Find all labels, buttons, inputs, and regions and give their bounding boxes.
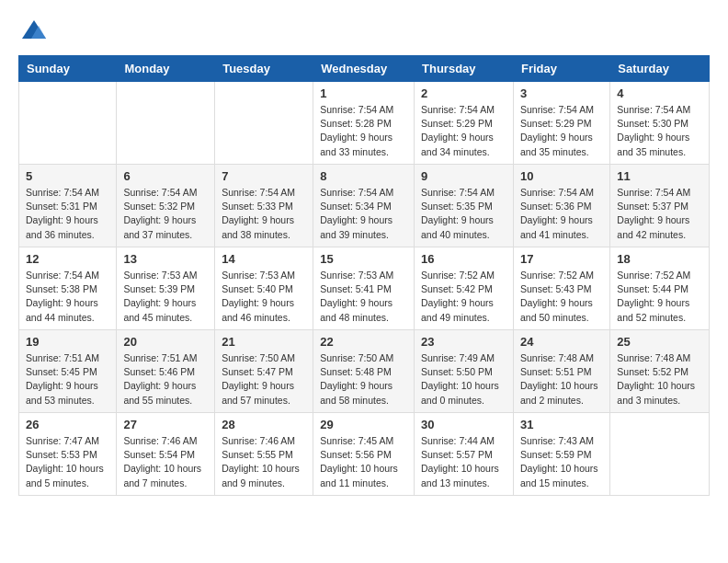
calendar-week-row: 12Sunrise: 7:54 AM Sunset: 5:38 PM Dayli… bbox=[19, 247, 710, 330]
day-number: 27 bbox=[123, 418, 208, 431]
day-number: 31 bbox=[520, 418, 603, 431]
calendar-cell: 11Sunrise: 7:54 AM Sunset: 5:37 PM Dayli… bbox=[610, 165, 710, 247]
calendar-cell: 16Sunrise: 7:52 AM Sunset: 5:42 PM Dayli… bbox=[415, 247, 514, 330]
calendar-cell: 25Sunrise: 7:48 AM Sunset: 5:52 PM Dayli… bbox=[610, 330, 710, 413]
day-number: 3 bbox=[520, 86, 603, 100]
day-info: Sunrise: 7:51 AM Sunset: 5:45 PM Dayligh… bbox=[26, 351, 109, 408]
day-number: 5 bbox=[26, 169, 109, 183]
calendar-week-row: 1Sunrise: 7:54 AM Sunset: 5:28 PM Daylig… bbox=[19, 82, 710, 165]
day-info: Sunrise: 7:52 AM Sunset: 5:42 PM Dayligh… bbox=[421, 269, 506, 325]
day-number: 10 bbox=[520, 169, 603, 183]
day-number: 25 bbox=[617, 335, 702, 349]
day-info: Sunrise: 7:54 AM Sunset: 5:33 PM Dayligh… bbox=[222, 186, 306, 242]
calendar-cell: 23Sunrise: 7:49 AM Sunset: 5:50 PM Dayli… bbox=[415, 330, 514, 413]
calendar-cell: 29Sunrise: 7:45 AM Sunset: 5:56 PM Dayli… bbox=[313, 413, 415, 496]
day-info: Sunrise: 7:44 AM Sunset: 5:57 PM Dayligh… bbox=[421, 434, 506, 490]
day-info: Sunrise: 7:46 AM Sunset: 5:54 PM Dayligh… bbox=[123, 434, 208, 490]
day-info: Sunrise: 7:54 AM Sunset: 5:34 PM Dayligh… bbox=[320, 186, 407, 242]
calendar-cell: 1Sunrise: 7:54 AM Sunset: 5:28 PM Daylig… bbox=[313, 82, 415, 165]
calendar-cell: 30Sunrise: 7:44 AM Sunset: 5:57 PM Dayli… bbox=[415, 413, 514, 496]
day-info: Sunrise: 7:52 AM Sunset: 5:44 PM Dayligh… bbox=[617, 269, 702, 325]
day-number: 18 bbox=[617, 252, 702, 266]
calendar-table: SundayMondayTuesdayWednesdayThursdayFrid… bbox=[18, 55, 710, 496]
column-header-tuesday: Tuesday bbox=[215, 56, 313, 82]
calendar-header-row: SundayMondayTuesdayWednesdayThursdayFrid… bbox=[19, 56, 710, 82]
day-number: 26 bbox=[26, 418, 109, 431]
day-number: 29 bbox=[320, 418, 407, 431]
calendar-cell: 28Sunrise: 7:46 AM Sunset: 5:55 PM Dayli… bbox=[215, 413, 313, 496]
day-number: 8 bbox=[320, 169, 407, 183]
day-number: 20 bbox=[123, 335, 208, 349]
calendar-cell: 24Sunrise: 7:48 AM Sunset: 5:51 PM Dayli… bbox=[513, 330, 609, 413]
page-header bbox=[18, 18, 710, 46]
calendar-cell: 10Sunrise: 7:54 AM Sunset: 5:36 PM Dayli… bbox=[513, 165, 609, 247]
column-header-sunday: Sunday bbox=[19, 56, 117, 82]
calendar-week-row: 19Sunrise: 7:51 AM Sunset: 5:45 PM Dayli… bbox=[19, 330, 710, 413]
logo-icon bbox=[20, 18, 48, 46]
day-info: Sunrise: 7:54 AM Sunset: 5:31 PM Dayligh… bbox=[26, 186, 109, 242]
calendar-week-row: 26Sunrise: 7:47 AM Sunset: 5:53 PM Dayli… bbox=[19, 413, 710, 496]
day-info: Sunrise: 7:53 AM Sunset: 5:40 PM Dayligh… bbox=[222, 269, 306, 325]
day-number: 17 bbox=[520, 252, 603, 266]
day-info: Sunrise: 7:50 AM Sunset: 5:47 PM Dayligh… bbox=[222, 351, 306, 408]
day-info: Sunrise: 7:50 AM Sunset: 5:48 PM Dayligh… bbox=[320, 351, 407, 408]
calendar-cell bbox=[215, 82, 313, 165]
calendar-cell: 27Sunrise: 7:46 AM Sunset: 5:54 PM Dayli… bbox=[117, 413, 215, 496]
day-number: 16 bbox=[421, 252, 506, 266]
day-number: 24 bbox=[520, 335, 603, 349]
calendar-cell: 31Sunrise: 7:43 AM Sunset: 5:59 PM Dayli… bbox=[513, 413, 609, 496]
day-info: Sunrise: 7:48 AM Sunset: 5:52 PM Dayligh… bbox=[617, 351, 702, 408]
column-header-thursday: Thursday bbox=[415, 56, 514, 82]
day-info: Sunrise: 7:54 AM Sunset: 5:28 PM Dayligh… bbox=[320, 103, 407, 159]
calendar-cell: 13Sunrise: 7:53 AM Sunset: 5:39 PM Dayli… bbox=[117, 247, 215, 330]
calendar-cell: 26Sunrise: 7:47 AM Sunset: 5:53 PM Dayli… bbox=[19, 413, 117, 496]
day-info: Sunrise: 7:54 AM Sunset: 5:35 PM Dayligh… bbox=[421, 186, 506, 242]
day-number: 21 bbox=[222, 335, 306, 349]
column-header-monday: Monday bbox=[117, 56, 215, 82]
day-info: Sunrise: 7:48 AM Sunset: 5:51 PM Dayligh… bbox=[520, 351, 603, 408]
calendar-cell: 2Sunrise: 7:54 AM Sunset: 5:29 PM Daylig… bbox=[415, 82, 514, 165]
day-number: 12 bbox=[26, 252, 109, 266]
calendar-cell: 7Sunrise: 7:54 AM Sunset: 5:33 PM Daylig… bbox=[215, 165, 313, 247]
day-info: Sunrise: 7:46 AM Sunset: 5:55 PM Dayligh… bbox=[222, 434, 306, 490]
day-number: 19 bbox=[26, 335, 109, 349]
calendar-cell: 14Sunrise: 7:53 AM Sunset: 5:40 PM Dayli… bbox=[215, 247, 313, 330]
day-info: Sunrise: 7:54 AM Sunset: 5:30 PM Dayligh… bbox=[617, 103, 702, 159]
day-number: 30 bbox=[421, 418, 506, 431]
calendar-cell: 3Sunrise: 7:54 AM Sunset: 5:29 PM Daylig… bbox=[513, 82, 609, 165]
column-header-saturday: Saturday bbox=[610, 56, 710, 82]
calendar-cell: 19Sunrise: 7:51 AM Sunset: 5:45 PM Dayli… bbox=[19, 330, 117, 413]
calendar-cell: 22Sunrise: 7:50 AM Sunset: 5:48 PM Dayli… bbox=[313, 330, 415, 413]
calendar-cell: 6Sunrise: 7:54 AM Sunset: 5:32 PM Daylig… bbox=[117, 165, 215, 247]
day-info: Sunrise: 7:51 AM Sunset: 5:46 PM Dayligh… bbox=[123, 351, 208, 408]
day-number: 13 bbox=[123, 252, 208, 266]
day-number: 23 bbox=[421, 335, 506, 349]
calendar-cell: 8Sunrise: 7:54 AM Sunset: 5:34 PM Daylig… bbox=[313, 165, 415, 247]
day-number: 11 bbox=[617, 169, 702, 183]
day-info: Sunrise: 7:43 AM Sunset: 5:59 PM Dayligh… bbox=[520, 434, 603, 490]
day-info: Sunrise: 7:54 AM Sunset: 5:29 PM Dayligh… bbox=[520, 103, 603, 159]
calendar-cell: 20Sunrise: 7:51 AM Sunset: 5:46 PM Dayli… bbox=[117, 330, 215, 413]
logo bbox=[18, 18, 48, 46]
day-info: Sunrise: 7:54 AM Sunset: 5:36 PM Dayligh… bbox=[520, 186, 603, 242]
day-number: 6 bbox=[123, 169, 208, 183]
day-info: Sunrise: 7:53 AM Sunset: 5:39 PM Dayligh… bbox=[123, 269, 208, 325]
calendar-cell: 12Sunrise: 7:54 AM Sunset: 5:38 PM Dayli… bbox=[19, 247, 117, 330]
day-info: Sunrise: 7:49 AM Sunset: 5:50 PM Dayligh… bbox=[421, 351, 506, 408]
day-number: 15 bbox=[320, 252, 407, 266]
day-info: Sunrise: 7:54 AM Sunset: 5:38 PM Dayligh… bbox=[26, 269, 109, 325]
day-info: Sunrise: 7:53 AM Sunset: 5:41 PM Dayligh… bbox=[320, 269, 407, 325]
calendar-week-row: 5Sunrise: 7:54 AM Sunset: 5:31 PM Daylig… bbox=[19, 165, 710, 247]
day-number: 2 bbox=[421, 86, 506, 100]
calendar-cell: 5Sunrise: 7:54 AM Sunset: 5:31 PM Daylig… bbox=[19, 165, 117, 247]
day-number: 14 bbox=[222, 252, 306, 266]
day-number: 7 bbox=[222, 169, 306, 183]
day-info: Sunrise: 7:54 AM Sunset: 5:32 PM Dayligh… bbox=[123, 186, 208, 242]
day-number: 1 bbox=[320, 86, 407, 100]
day-info: Sunrise: 7:54 AM Sunset: 5:29 PM Dayligh… bbox=[421, 103, 506, 159]
calendar-cell: 21Sunrise: 7:50 AM Sunset: 5:47 PM Dayli… bbox=[215, 330, 313, 413]
day-info: Sunrise: 7:47 AM Sunset: 5:53 PM Dayligh… bbox=[26, 434, 109, 490]
day-info: Sunrise: 7:45 AM Sunset: 5:56 PM Dayligh… bbox=[320, 434, 407, 490]
calendar-cell: 4Sunrise: 7:54 AM Sunset: 5:30 PM Daylig… bbox=[610, 82, 710, 165]
calendar-cell bbox=[117, 82, 215, 165]
